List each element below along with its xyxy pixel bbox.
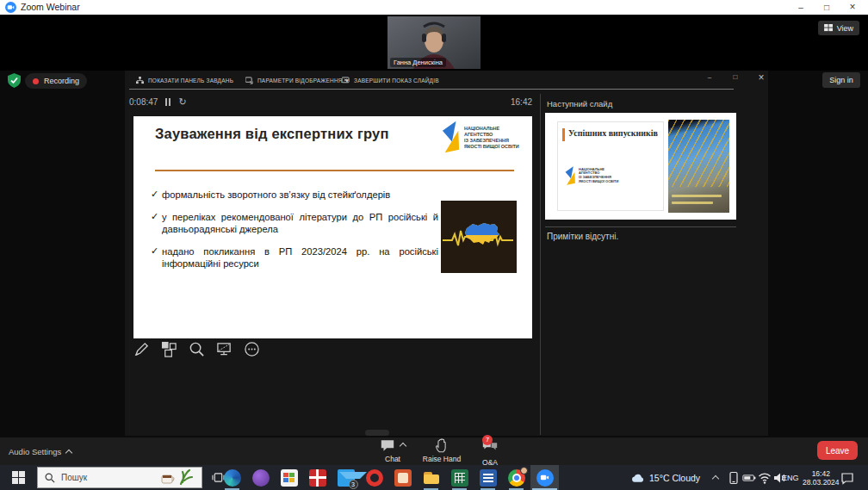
bullet-item: ✓ формальність зворотного зв’язку від ст… — [151, 189, 438, 202]
bullet-item: ✓ у переліках рекомендованої літератури … — [151, 211, 438, 236]
action-center-button[interactable] — [840, 465, 854, 490]
show-task-panel-label: ПОКАЗАТИ ПАНЕЛЬ ЗАВДАНЬ — [148, 78, 233, 84]
presenter-minimize-button[interactable] — [700, 71, 719, 84]
chevron-up-icon — [712, 474, 719, 481]
black-screen-icon[interactable] — [216, 341, 232, 357]
next-slide-title: Успішних випускників — [568, 128, 658, 138]
battery-icon — [742, 471, 756, 485]
powerpoint-icon — [394, 469, 412, 487]
store-icon — [281, 469, 298, 487]
taskbar-office[interactable] — [246, 465, 275, 490]
taskbar-opera[interactable] — [360, 465, 388, 490]
gallery-view-icon — [824, 24, 834, 32]
agency-logo-line: ЯКОСТІ ВИЩОЇ ОСВІТИ — [464, 144, 519, 149]
audio-settings-button[interactable]: Audio Settings — [9, 447, 71, 456]
check-bullet-icon: ✓ — [151, 189, 159, 202]
search-doodle-icon — [146, 468, 196, 487]
chat-label: Chat — [385, 455, 400, 463]
bullet-text: надано покликання в РП 2023/2024 рр. на … — [162, 245, 438, 270]
panel-divider — [540, 94, 541, 435]
mail-badge: 3 — [349, 480, 358, 489]
device-icon — [727, 471, 741, 485]
participant-name: Ганна Денискіна — [390, 58, 446, 67]
minimize-button[interactable] — [789, 0, 813, 15]
chrome-icon — [508, 469, 525, 487]
qa-button[interactable]: 7 Q&A — [464, 438, 516, 467]
windows-logo-icon — [12, 471, 25, 484]
ukraine-heartbeat-image — [441, 201, 517, 273]
slideshow-timer: 0:08:47 — [129, 96, 187, 108]
tray-wifi-button[interactable] — [758, 465, 772, 490]
restore-button[interactable] — [815, 0, 839, 15]
next-slide-thumbnail[interactable]: Успішних випускників НАЦІОНАЛЬНЕ АГЕНТСТ… — [545, 113, 736, 220]
cloud-icon — [631, 471, 645, 485]
taskbar-word[interactable] — [474, 465, 502, 490]
chevron-up-icon[interactable] — [400, 443, 406, 450]
taskbar-chrome[interactable] — [502, 465, 530, 490]
end-slideshow-button[interactable]: ЗАВЕРШИТИ ПОКАЗ СЛАЙДІВ — [342, 74, 439, 86]
taskbar-excel[interactable] — [445, 465, 474, 490]
audio-settings-label: Audio Settings — [9, 447, 61, 456]
restart-timer-icon[interactable] — [178, 96, 186, 108]
presenter-close-button[interactable] — [752, 71, 771, 84]
close-button[interactable] — [840, 0, 865, 15]
taskbar-powerpoint[interactable] — [388, 465, 417, 490]
raise-hand-button[interactable]: Raise Hand — [416, 438, 468, 463]
taskbar-edge[interactable] — [218, 465, 246, 490]
presenter-restore-button[interactable] — [726, 71, 745, 84]
taskbar-store[interactable] — [275, 465, 303, 490]
view-label: View — [837, 24, 853, 33]
current-slide[interactable]: Зауваження від експертних груп НАЦІОНАЛЬ… — [133, 116, 532, 338]
see-all-slides-icon[interactable] — [161, 341, 177, 357]
weather-label: 15°C Cloudy — [649, 473, 700, 483]
taskbar-mail[interactable]: 3 — [332, 465, 360, 490]
sign-in-button[interactable]: Sign in — [822, 72, 860, 88]
windows-taskbar: 3 15°C Cloudy — [0, 465, 868, 490]
toolbar-divider — [129, 89, 734, 90]
taskbar-gift[interactable] — [303, 465, 332, 490]
presenter-tools — [133, 341, 260, 357]
show-task-panel-button[interactable]: ПОКАЗАТИ ПАНЕЛЬ ЗАВДАНЬ — [136, 74, 233, 86]
display-options-label: ПАРАМЕТРИ ВІДОБРАЖЕННЯ ▼ — [257, 78, 350, 84]
search-input[interactable] — [59, 472, 139, 483]
taskbar-zoom[interactable] — [530, 465, 559, 490]
display-options-button[interactable]: ПАРАМЕТРИ ВІДОБРАЖЕННЯ ▼ — [245, 74, 350, 86]
recording-indicator: Recording — [25, 73, 87, 89]
excel-icon — [451, 469, 468, 487]
tray-expand-button[interactable] — [713, 465, 718, 490]
tray-language-button[interactable]: ENG — [782, 465, 799, 490]
title-rule — [155, 170, 514, 171]
tray-battery-button[interactable] — [742, 465, 756, 490]
end-slideshow-label: ЗАВЕРШИТИ ПОКАЗ СЛАЙДІВ — [354, 78, 439, 84]
recording-label: Recording — [44, 77, 79, 85]
tray-clock[interactable]: 16:42 28.03.2024 — [803, 465, 840, 490]
video-strip: Ганна Денискіна View — [0, 15, 868, 71]
taskbar-file-explorer[interactable] — [417, 465, 445, 490]
opera-icon — [366, 469, 383, 487]
next-slide-agency-logo: НАЦІОНАЛЬНЕ АГЕНТСТВО ІЗ ЗАБЕЗПЕЧЕННЯ ЯК… — [565, 165, 618, 186]
more-options-icon[interactable] — [244, 341, 260, 357]
start-button[interactable] — [0, 465, 36, 490]
next-slide-label: Наступний слайд — [547, 99, 612, 109]
pause-timer-icon[interactable] — [165, 98, 167, 106]
speaker-video[interactable]: Ганна Денискіна — [388, 16, 480, 69]
gift-icon — [309, 469, 326, 487]
mail-icon: 3 — [338, 469, 355, 487]
pen-tool-icon[interactable] — [133, 341, 150, 357]
raise-hand-label: Raise Hand — [423, 455, 461, 463]
zoom-controls-bar: Audio Settings Chat Raise Hand 7 — [0, 437, 868, 465]
leave-button[interactable]: Leave — [817, 441, 858, 460]
chevron-up-icon — [65, 449, 72, 456]
raise-hand-icon — [434, 438, 450, 453]
chat-button[interactable]: Chat — [367, 438, 418, 463]
weather-widget[interactable]: 15°C Cloudy — [631, 465, 700, 490]
view-button[interactable]: View — [818, 21, 859, 35]
zoom-slide-icon[interactable] — [189, 341, 205, 357]
next-slide-artwork — [668, 120, 729, 213]
notes-text: Примітки відсутні. — [547, 232, 618, 241]
task-panel-icon — [136, 77, 144, 84]
agency-logo-icon — [565, 165, 576, 186]
security-shield-icon — [7, 73, 22, 88]
tray-device-button[interactable] — [727, 465, 741, 490]
taskbar-search[interactable] — [37, 467, 202, 488]
